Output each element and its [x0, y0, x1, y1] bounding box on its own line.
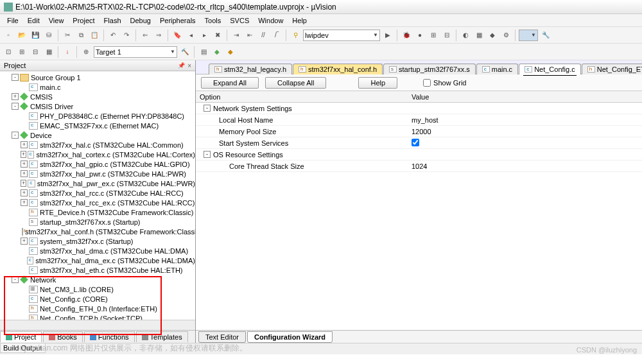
tree-item[interactable]: -Network	[0, 275, 195, 284]
menu-project[interactable]: Project	[68, 15, 99, 26]
tree-item[interactable]: EMAC_STM32F7xx.c (Ethernet MAC)	[0, 121, 195, 130]
options-icon[interactable]: 🔨	[179, 46, 191, 58]
menu-edit[interactable]: Edit	[23, 15, 44, 26]
cfg-tab-configuration-wizard[interactable]: Configuration Wizard	[247, 331, 333, 343]
expand-icon[interactable]: +	[21, 180, 26, 187]
tree-hscroll[interactable]	[0, 320, 195, 330]
show-grid-checkbox[interactable]: Show Grid	[423, 79, 466, 87]
expand-icon[interactable]: +	[21, 170, 28, 177]
menu-svcs[interactable]: SVCS	[225, 15, 254, 26]
tree-item[interactable]: Net_Config_ETH_0.h (Interface:ETH)	[0, 304, 195, 313]
tree-item[interactable]: PHY_DP83848C.c (Ethernet PHY:DP83848C)	[0, 111, 195, 121]
help-button[interactable]: Help	[358, 77, 397, 89]
target-combo[interactable]: Target 1▼	[94, 46, 177, 58]
batch-icon[interactable]: ⊟	[30, 46, 41, 58]
indent-icon[interactable]: ⇥	[230, 30, 242, 41]
btab-templates[interactable]: Templates	[136, 331, 188, 342]
nav-fwd-icon[interactable]: ⇒	[153, 30, 164, 41]
menu-debug[interactable]: Debug	[126, 15, 155, 26]
tree-item[interactable]: Net_CM3_L.lib (CORE)	[0, 284, 195, 294]
find-icon[interactable]: ⚲	[290, 30, 301, 41]
open-icon[interactable]: 📂	[16, 30, 28, 41]
config-row[interactable]: -Network System Settings	[196, 103, 642, 114]
tb-misc4-icon[interactable]: ▦	[473, 30, 485, 41]
tb-misc6-icon[interactable]: ⚙	[500, 30, 512, 41]
tree-item[interactable]: +stm32f7xx_hal_pwr_ex.c (STM32Cube HAL:P…	[0, 178, 195, 188]
expand-icon[interactable]: -	[12, 74, 19, 81]
tb-small-combo[interactable]: ▼	[519, 30, 538, 41]
expand-icon[interactable]: -	[204, 151, 211, 158]
packs-icon[interactable]: ◆	[211, 46, 223, 58]
breakpoint-icon[interactable]: ●	[414, 30, 426, 41]
file-tab[interactable]: Net_Config_ETH_0.h	[582, 64, 642, 74]
expand-icon[interactable]: -	[204, 105, 211, 112]
config-row[interactable]: Core Thread Stack Size1024	[196, 160, 642, 172]
file-tab[interactable]: stm32f7xx_hal_conf.h	[293, 64, 383, 74]
expand-all-button[interactable]: Expand All	[201, 77, 259, 89]
tree-item[interactable]: -Device	[0, 130, 195, 140]
expand-icon[interactable]: +	[21, 189, 28, 196]
undo-icon[interactable]: ↶	[107, 30, 119, 41]
saveall-icon[interactable]: ⛁	[43, 30, 55, 41]
expand-icon[interactable]: -	[12, 132, 19, 139]
tree-item[interactable]: +CMSIS	[0, 92, 195, 101]
find-next-icon[interactable]: ▶	[382, 30, 394, 41]
cut-icon[interactable]: ✂	[62, 30, 73, 41]
option-value[interactable]: 1024	[408, 162, 642, 170]
expand-icon[interactable]: -	[12, 103, 19, 110]
config-row[interactable]: Start System Services	[196, 137, 642, 149]
rebuild-icon[interactable]: ⊞	[16, 46, 28, 58]
rte-icon[interactable]: ◆	[225, 46, 236, 58]
tb-misc3-icon[interactable]: ◐	[460, 30, 471, 41]
menu-file[interactable]: File	[3, 15, 23, 26]
tree-item[interactable]: stm32f7xx_hal_eth.c (STM32Cube HAL:ETH)	[0, 265, 195, 275]
collapse-all-button[interactable]: Collapse All	[265, 77, 326, 89]
option-value[interactable]	[408, 139, 642, 148]
menu-view[interactable]: View	[44, 15, 69, 26]
menu-window[interactable]: Window	[254, 15, 288, 26]
uncomment-icon[interactable]: /‾	[271, 30, 282, 41]
menu-flash[interactable]: Flash	[100, 15, 126, 26]
menu-help[interactable]: Help	[288, 15, 311, 26]
paste-icon[interactable]: 📋	[89, 30, 100, 41]
tree-item[interactable]: Net_Config_TCP.h (Socket:TCP)	[0, 313, 195, 320]
target-options-icon[interactable]: ⊕	[80, 46, 92, 58]
expand-icon[interactable]: +	[21, 151, 26, 158]
file-tab[interactable]: stm32_hal_legacy.h	[209, 64, 292, 74]
tree-item[interactable]: stm32f7xx_hal_dma.c (STM32Cube HAL:DMA)	[0, 246, 195, 256]
save-icon[interactable]: 💾	[30, 30, 41, 41]
expand-icon[interactable]: +	[21, 238, 28, 245]
tb-misc2-icon[interactable]: ⊟	[441, 30, 453, 41]
btab-functions[interactable]: Functions	[84, 331, 135, 342]
tree-item[interactable]: main.c	[0, 82, 195, 92]
expand-icon[interactable]: +	[12, 93, 19, 100]
tree-item[interactable]: -CMSIS Driver	[0, 101, 195, 111]
translate-icon[interactable]: ▦	[43, 46, 55, 58]
tree-item[interactable]: +stm32f7xx_hal_rcc.c (STM32Cube HAL:RCC)	[0, 188, 195, 198]
bookmark-next-icon[interactable]: ▸	[198, 30, 210, 41]
nav-back-icon[interactable]: ⇐	[139, 30, 151, 41]
tree-item[interactable]: -Source Group 1	[0, 73, 195, 82]
tree-item[interactable]: Net_Config.c (CORE)	[0, 294, 195, 304]
redo-icon[interactable]: ↷	[121, 30, 132, 41]
option-value[interactable]: 12000	[408, 128, 642, 135]
expand-icon[interactable]: -	[12, 276, 19, 283]
download-icon[interactable]: ↓	[62, 46, 73, 58]
find-combo[interactable]: lwipdev▼	[303, 30, 380, 41]
file-tab[interactable]: startup_stm32f767xx.s	[383, 64, 476, 74]
btab-books[interactable]: Books	[43, 331, 83, 342]
copy-icon[interactable]: ⧉	[75, 30, 87, 41]
new-icon[interactable]: ▫	[3, 30, 14, 41]
tree-item[interactable]: +stm32f7xx_hal_gpio.c (STM32Cube HAL:GPI…	[0, 159, 195, 169]
outdent-icon[interactable]: ⇤	[244, 30, 256, 41]
tb-misc5-icon[interactable]: ◆	[487, 30, 498, 41]
expand-icon[interactable]: +	[21, 141, 28, 148]
build-icon[interactable]: ⊡	[3, 46, 14, 58]
bookmark-clear-icon[interactable]: ✖	[212, 30, 223, 41]
value-checkbox[interactable]	[412, 139, 419, 146]
menu-peripherals[interactable]: Peripherals	[155, 15, 200, 26]
config-row[interactable]: Local Host Namemy_host	[196, 114, 642, 126]
cfg-tab-text-editor[interactable]: Text Editor	[198, 331, 246, 343]
config-row[interactable]: Memory Pool Size12000	[196, 126, 642, 137]
option-value[interactable]: my_host	[408, 116, 642, 124]
